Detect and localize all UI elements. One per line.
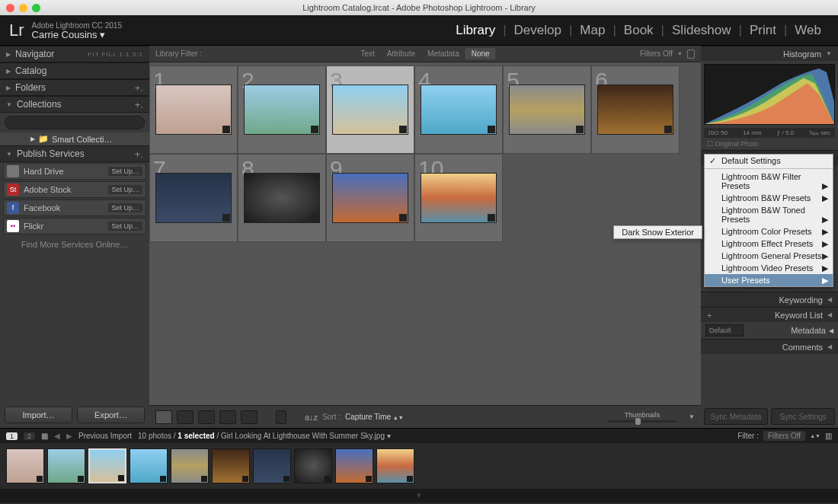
setup-button[interactable]: Set Up… — [108, 222, 142, 231]
comments-header[interactable]: Comments ◀ — [701, 339, 838, 354]
collections-header[interactable]: ▼Collections+. — [0, 96, 149, 113]
filmstrip[interactable] — [0, 443, 838, 489]
keywording-header[interactable]: Keywording ◀ — [701, 292, 838, 307]
lock-icon[interactable] — [687, 49, 695, 59]
module-web[interactable]: Web — [787, 23, 829, 38]
filmstrip-collapse-icon[interactable]: ▼ — [0, 489, 838, 502]
module-print[interactable]: Print — [742, 23, 784, 38]
service-flickr[interactable]: ••FlickrSet Up… — [3, 218, 146, 234]
filmstrip-thumb[interactable] — [335, 448, 373, 483]
navigator-header[interactable]: ▶NavigatorFIT FILL 1:1 3:1 — [0, 46, 149, 62]
grid-cell[interactable]: 7 — [149, 154, 238, 242]
menu-item[interactable]: Lightroom Effect Presets▶ — [705, 238, 833, 250]
loupe-view-button[interactable] — [177, 410, 194, 424]
source-label[interactable]: Previous Import — [78, 432, 132, 440]
toolbar-chevron-icon[interactable]: ▼ — [689, 413, 695, 420]
grid-view-button[interactable] — [155, 410, 172, 424]
catalog-header[interactable]: ▶Catalog — [0, 62, 149, 79]
menu-item[interactable]: Lightroom Color Presets▶ — [705, 225, 833, 238]
preset-popup-menu[interactable]: Default Settings Lightroom B&W Filter Pr… — [704, 154, 833, 287]
filmstrip-filter-dropdown[interactable]: Filters Off — [763, 431, 805, 441]
filter-text[interactable]: Text — [354, 48, 380, 59]
survey-view-button[interactable] — [219, 410, 236, 424]
module-library[interactable]: Library — [448, 23, 503, 38]
menu-item[interactable]: Lightroom B&W Toned Presets▶ — [705, 204, 833, 225]
thumbnail[interactable] — [421, 85, 497, 135]
sync-metadata-button[interactable]: Sync Metadata — [704, 408, 768, 425]
module-book[interactable]: Book — [616, 23, 661, 38]
grid-cell[interactable]: 9 — [326, 154, 414, 242]
export-button[interactable]: Export… — [77, 407, 145, 423]
publish-header[interactable]: ▼Publish Services+. — [0, 145, 149, 162]
metadata-set-dropdown[interactable]: Default — [705, 324, 744, 337]
people-view-button[interactable] — [241, 410, 257, 424]
filter-lock-icon[interactable]: ▥ — [825, 432, 832, 440]
filmstrip-thumb[interactable] — [376, 448, 414, 483]
sort-dropdown[interactable]: Capture Time ▲▼ — [345, 413, 404, 421]
compare-view-button[interactable] — [198, 410, 215, 424]
module-develop[interactable]: Develop — [507, 23, 569, 38]
thumbnail[interactable] — [155, 173, 232, 223]
grid-cell[interactable]: 5 — [503, 65, 591, 154]
import-button[interactable]: Import… — [5, 407, 72, 423]
plus-icon[interactable]: + — [707, 311, 712, 320]
plus-icon[interactable]: +. — [135, 148, 143, 160]
thumbnail[interactable] — [244, 173, 320, 223]
sync-settings-button[interactable]: Sync Settings — [771, 408, 835, 425]
grid-cell[interactable]: 1 — [149, 65, 238, 154]
service-harddrive[interactable]: Hard DriveSet Up… — [3, 163, 146, 180]
smart-collections[interactable]: ▶ 📁 Smart Collecti… — [0, 132, 149, 145]
filmstrip-thumb[interactable] — [253, 448, 291, 483]
filmstrip-thumb[interactable] — [294, 448, 332, 483]
filmstrip-thumb-selected[interactable] — [88, 448, 126, 483]
collections-search[interactable] — [5, 116, 145, 129]
identity-plate[interactable]: Adobe Lightroom CC 2015 Carrie Cousins ▾ — [32, 21, 122, 40]
thumbnail[interactable] — [421, 173, 497, 223]
filmstrip-thumb[interactable] — [212, 448, 250, 483]
nav-back-icon[interactable]: ◀ — [54, 432, 60, 440]
filter-attribute[interactable]: Attribute — [381, 48, 421, 59]
module-map[interactable]: Map — [572, 23, 613, 38]
grid-cell[interactable]: 4 — [414, 65, 503, 154]
thumbnail[interactable] — [509, 85, 585, 135]
thumbnail[interactable] — [597, 85, 673, 135]
setup-button[interactable]: Set Up… — [108, 167, 142, 176]
thumbnail[interactable] — [332, 173, 408, 223]
filmstrip-thumb[interactable] — [47, 448, 85, 483]
filters-off-dropdown[interactable]: Filters Off — [640, 49, 673, 58]
thumbnail[interactable] — [244, 85, 320, 135]
menu-default-settings[interactable]: Default Settings — [705, 155, 833, 167]
filmstrip-thumb[interactable] — [130, 448, 168, 483]
nav-fwd-icon[interactable]: ▶ — [66, 432, 72, 440]
filter-none[interactable]: None — [465, 48, 496, 59]
menu-user-presets[interactable]: User Presets▶ — [705, 274, 833, 286]
original-photo-checkbox[interactable]: ☐ Original Photo — [701, 138, 838, 150]
grid-cell[interactable]: 8 — [238, 154, 326, 242]
histogram-header[interactable]: Histogram ▼ — [701, 46, 838, 61]
find-more-services[interactable]: Find More Services Online… — [0, 235, 149, 254]
menu-item[interactable]: Lightroom B&W Presets▶ — [705, 192, 833, 204]
sort-direction-icon[interactable]: a↓z — [305, 413, 318, 422]
preset-submenu-item[interactable]: Dark Snow Exterior — [613, 225, 702, 239]
thumbnail[interactable] — [332, 85, 408, 135]
plus-icon[interactable]: +. — [135, 99, 143, 110]
filmstrip-thumb[interactable] — [171, 448, 209, 483]
monitor-1-button[interactable]: 1 — [6, 432, 18, 440]
monitor-2-button[interactable]: 2 — [24, 432, 35, 440]
setup-button[interactable]: Set Up… — [108, 203, 142, 212]
thumbnail[interactable] — [155, 85, 232, 135]
histogram[interactable] — [704, 64, 835, 125]
thumbnail-size-slider[interactable]: Thumbnails — [608, 411, 676, 423]
grid-cell[interactable]: 6 — [591, 65, 680, 154]
service-adobestock[interactable]: StAdobe StockSet Up… — [3, 181, 146, 198]
plus-icon[interactable]: +. — [135, 82, 143, 94]
menu-item[interactable]: Lightroom B&W Filter Presets▶ — [705, 171, 833, 192]
menu-item[interactable]: Lightroom Video Presets▶ — [705, 262, 833, 274]
service-facebook[interactable]: fFacebookSet Up… — [3, 199, 146, 216]
setup-button[interactable]: Set Up… — [108, 185, 142, 194]
grid-cell[interactable]: 10 — [414, 154, 503, 242]
menu-item[interactable]: Lightroom General Presets▶ — [705, 250, 833, 262]
keywordlist-header[interactable]: +Keyword List ◀ — [701, 307, 838, 322]
folders-header[interactable]: ▶Folders+. — [0, 79, 149, 96]
grid-cell[interactable]: 2 — [238, 65, 326, 154]
